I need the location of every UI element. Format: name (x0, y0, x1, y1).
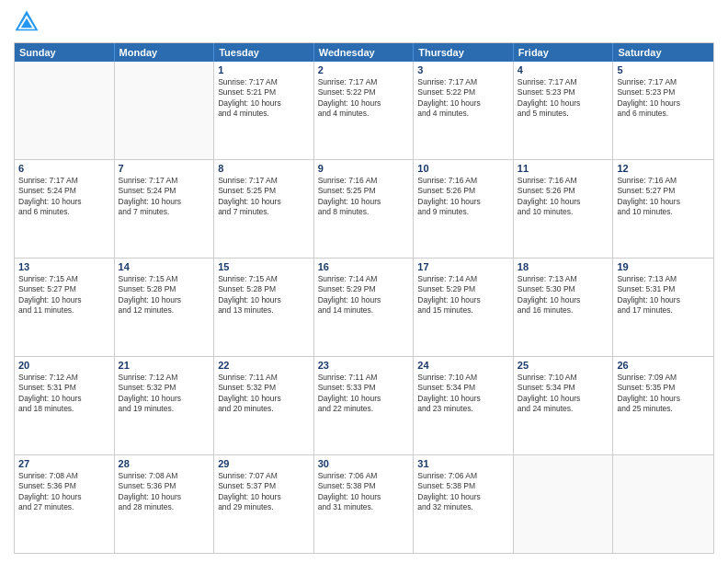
header-cell-sunday: Sunday (15, 43, 115, 62)
day-cell-27: 27Sunrise: 7:08 AMSunset: 5:36 PMDayligh… (15, 455, 115, 553)
day-number: 15 (218, 261, 310, 272)
day-cell-31: 31Sunrise: 7:06 AMSunset: 5:38 PMDayligh… (414, 455, 514, 553)
day-info: Sunrise: 7:06 AMSunset: 5:38 PMDaylight:… (417, 471, 509, 513)
day-cell-11: 11Sunrise: 7:16 AMSunset: 5:26 PMDayligh… (514, 160, 614, 258)
header-cell-saturday: Saturday (613, 43, 713, 62)
day-number: 1 (218, 64, 310, 75)
day-cell-16: 16Sunrise: 7:14 AMSunset: 5:29 PMDayligh… (314, 259, 415, 356)
day-cell-4: 4Sunrise: 7:17 AMSunset: 5:23 PMDaylight… (514, 62, 614, 159)
day-number: 3 (417, 64, 509, 75)
empty-cell (514, 455, 614, 553)
page: SundayMondayTuesdayWednesdayThursdayFrid… (0, 0, 728, 563)
header-cell-thursday: Thursday (414, 43, 514, 62)
day-cell-1: 1Sunrise: 7:17 AMSunset: 5:21 PMDaylight… (214, 62, 314, 159)
day-number: 12 (617, 163, 710, 174)
header-cell-monday: Monday (115, 43, 215, 62)
day-info: Sunrise: 7:11 AMSunset: 5:32 PMDaylight:… (218, 373, 310, 415)
day-cell-23: 23Sunrise: 7:11 AMSunset: 5:33 PMDayligh… (314, 357, 415, 454)
day-cell-30: 30Sunrise: 7:06 AMSunset: 5:38 PMDayligh… (314, 455, 415, 553)
day-number: 19 (617, 261, 710, 272)
day-info: Sunrise: 7:10 AMSunset: 5:34 PMDaylight:… (417, 373, 509, 415)
day-number: 2 (318, 64, 410, 75)
day-info: Sunrise: 7:08 AMSunset: 5:36 PMDaylight:… (18, 471, 110, 513)
day-info: Sunrise: 7:17 AMSunset: 5:22 PMDaylight:… (318, 77, 410, 120)
day-cell-28: 28Sunrise: 7:08 AMSunset: 5:36 PMDayligh… (115, 455, 215, 553)
calendar-row-3: 13Sunrise: 7:15 AMSunset: 5:27 PMDayligh… (15, 258, 713, 356)
day-cell-8: 8Sunrise: 7:17 AMSunset: 5:25 PMDaylight… (214, 160, 314, 258)
day-cell-19: 19Sunrise: 7:13 AMSunset: 5:31 PMDayligh… (613, 259, 713, 356)
day-cell-2: 2Sunrise: 7:17 AMSunset: 5:22 PMDaylight… (314, 62, 415, 159)
day-info: Sunrise: 7:12 AMSunset: 5:31 PMDaylight:… (18, 373, 110, 415)
day-cell-24: 24Sunrise: 7:10 AMSunset: 5:34 PMDayligh… (414, 357, 514, 454)
calendar-row-2: 6Sunrise: 7:17 AMSunset: 5:24 PMDaylight… (15, 159, 713, 258)
header-cell-friday: Friday (514, 43, 614, 62)
day-info: Sunrise: 7:17 AMSunset: 5:22 PMDaylight:… (417, 77, 509, 120)
calendar-row-5: 27Sunrise: 7:08 AMSunset: 5:36 PMDayligh… (15, 454, 713, 553)
day-cell-29: 29Sunrise: 7:07 AMSunset: 5:37 PMDayligh… (214, 455, 314, 553)
day-number: 18 (518, 261, 609, 272)
day-number: 14 (119, 261, 210, 272)
day-info: Sunrise: 7:16 AMSunset: 5:26 PMDaylight:… (518, 176, 609, 218)
day-cell-5: 5Sunrise: 7:17 AMSunset: 5:23 PMDaylight… (613, 62, 713, 159)
day-cell-9: 9Sunrise: 7:16 AMSunset: 5:25 PMDaylight… (314, 160, 415, 258)
day-cell-18: 18Sunrise: 7:13 AMSunset: 5:30 PMDayligh… (514, 259, 614, 356)
day-info: Sunrise: 7:11 AMSunset: 5:33 PMDaylight:… (318, 373, 410, 415)
day-cell-14: 14Sunrise: 7:15 AMSunset: 5:28 PMDayligh… (115, 259, 215, 356)
day-number: 25 (518, 360, 609, 371)
day-info: Sunrise: 7:17 AMSunset: 5:24 PMDaylight:… (119, 176, 210, 218)
day-info: Sunrise: 7:13 AMSunset: 5:30 PMDaylight:… (518, 274, 609, 316)
day-number: 31 (417, 458, 509, 469)
day-cell-6: 6Sunrise: 7:17 AMSunset: 5:24 PMDaylight… (15, 160, 115, 258)
day-number: 20 (18, 360, 110, 371)
header-cell-wednesday: Wednesday (314, 43, 415, 62)
logo (14, 9, 43, 35)
day-info: Sunrise: 7:15 AMSunset: 5:27 PMDaylight:… (18, 274, 110, 316)
day-info: Sunrise: 7:16 AMSunset: 5:27 PMDaylight:… (617, 176, 710, 218)
day-cell-15: 15Sunrise: 7:15 AMSunset: 5:28 PMDayligh… (214, 259, 314, 356)
day-info: Sunrise: 7:12 AMSunset: 5:32 PMDaylight:… (119, 373, 210, 415)
day-number: 10 (417, 163, 509, 174)
day-number: 9 (318, 163, 410, 174)
day-info: Sunrise: 7:09 AMSunset: 5:35 PMDaylight:… (617, 373, 710, 415)
day-cell-21: 21Sunrise: 7:12 AMSunset: 5:32 PMDayligh… (115, 357, 215, 454)
day-number: 4 (518, 64, 609, 75)
day-cell-22: 22Sunrise: 7:11 AMSunset: 5:32 PMDayligh… (214, 357, 314, 454)
day-number: 5 (617, 64, 710, 75)
day-number: 13 (18, 261, 110, 272)
calendar-row-1: 1Sunrise: 7:17 AMSunset: 5:21 PMDaylight… (15, 62, 713, 159)
day-number: 30 (318, 458, 410, 469)
day-number: 23 (318, 360, 410, 371)
day-number: 16 (318, 261, 410, 272)
day-cell-10: 10Sunrise: 7:16 AMSunset: 5:26 PMDayligh… (414, 160, 514, 258)
day-cell-20: 20Sunrise: 7:12 AMSunset: 5:31 PMDayligh… (15, 357, 115, 454)
day-number: 7 (119, 163, 210, 174)
day-info: Sunrise: 7:13 AMSunset: 5:31 PMDaylight:… (617, 274, 710, 316)
day-cell-3: 3Sunrise: 7:17 AMSunset: 5:22 PMDaylight… (414, 62, 514, 159)
calendar-row-4: 20Sunrise: 7:12 AMSunset: 5:31 PMDayligh… (15, 356, 713, 454)
day-cell-13: 13Sunrise: 7:15 AMSunset: 5:27 PMDayligh… (15, 259, 115, 356)
day-number: 17 (417, 261, 509, 272)
day-info: Sunrise: 7:17 AMSunset: 5:23 PMDaylight:… (617, 77, 710, 120)
empty-cell (15, 62, 115, 159)
day-number: 6 (18, 163, 110, 174)
day-cell-25: 25Sunrise: 7:10 AMSunset: 5:34 PMDayligh… (514, 357, 614, 454)
day-info: Sunrise: 7:16 AMSunset: 5:25 PMDaylight:… (318, 176, 410, 218)
day-info: Sunrise: 7:17 AMSunset: 5:25 PMDaylight:… (218, 176, 310, 218)
day-number: 28 (119, 458, 210, 469)
day-info: Sunrise: 7:06 AMSunset: 5:38 PMDaylight:… (318, 471, 410, 513)
day-info: Sunrise: 7:17 AMSunset: 5:24 PMDaylight:… (18, 176, 110, 218)
calendar: SundayMondayTuesdayWednesdayThursdayFrid… (14, 42, 714, 554)
empty-cell (115, 62, 215, 159)
day-number: 27 (18, 458, 110, 469)
day-info: Sunrise: 7:16 AMSunset: 5:26 PMDaylight:… (417, 176, 509, 218)
day-info: Sunrise: 7:15 AMSunset: 5:28 PMDaylight:… (119, 274, 210, 316)
day-cell-7: 7Sunrise: 7:17 AMSunset: 5:24 PMDaylight… (115, 160, 215, 258)
header (14, 9, 714, 35)
day-info: Sunrise: 7:17 AMSunset: 5:23 PMDaylight:… (518, 77, 609, 120)
header-cell-tuesday: Tuesday (214, 43, 314, 62)
day-info: Sunrise: 7:10 AMSunset: 5:34 PMDaylight:… (518, 373, 609, 415)
calendar-body: 1Sunrise: 7:17 AMSunset: 5:21 PMDaylight… (15, 62, 713, 553)
empty-cell (613, 455, 713, 553)
day-cell-17: 17Sunrise: 7:14 AMSunset: 5:29 PMDayligh… (414, 259, 514, 356)
day-info: Sunrise: 7:15 AMSunset: 5:28 PMDaylight:… (218, 274, 310, 316)
